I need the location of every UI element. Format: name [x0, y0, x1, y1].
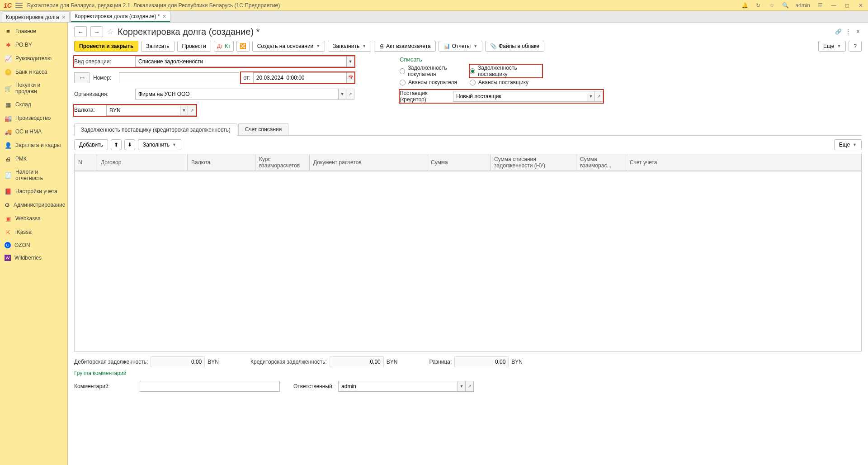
doc-icon: 🧾 — [5, 171, 12, 179]
supplier-input[interactable] — [453, 91, 587, 102]
sidebar-item-ikassa[interactable]: KiKassa — [0, 225, 67, 239]
fill-button[interactable]: Заполнить▼ — [328, 41, 371, 52]
register-icon: 🖨 — [5, 155, 12, 162]
sidebar-item-taxes[interactable]: 🧾Налоги и отчетность — [0, 166, 67, 185]
link-icon[interactable]: 🔗 — [835, 28, 842, 35]
dropdown-icon[interactable]: ▼ — [587, 91, 595, 102]
history-icon[interactable]: ↻ — [755, 2, 762, 9]
wb-icon: W — [5, 255, 11, 261]
tab-debt-correction[interactable]: Корректировка долга × — [2, 11, 70, 22]
back-button[interactable]: ← — [74, 26, 87, 37]
col-sum[interactable]: Сумма — [427, 154, 491, 171]
col-sum-mutual[interactable]: Сумма взаиморас... — [576, 154, 626, 171]
more-button[interactable]: Еще▼ — [818, 41, 846, 52]
debit-currency: BYN — [208, 359, 219, 365]
sidebar-item-assets[interactable]: 🚚ОС и НМА — [0, 125, 67, 138]
col-n[interactable]: N — [75, 154, 97, 171]
main-menu-icon[interactable] — [15, 3, 23, 8]
sidebar-item-sales[interactable]: 🛒Покупки и продажи — [0, 79, 67, 98]
col-account[interactable]: Счет учета — [626, 154, 862, 171]
box-icon: ▦ — [5, 101, 12, 108]
group-comment-link[interactable]: Группа комментарий — [74, 370, 126, 376]
close-window-icon[interactable]: ✕ — [857, 2, 864, 9]
number-input[interactable] — [119, 72, 239, 83]
maximize-icon[interactable]: ◻ — [844, 2, 851, 9]
col-contract[interactable]: Договор — [97, 154, 188, 171]
operation-input[interactable] — [135, 56, 346, 67]
book-icon: 📕 — [5, 188, 12, 195]
subtab-creditor-debt[interactable]: Задолженность поставщику (кредиторская з… — [74, 123, 237, 136]
sidebar-item-ozon[interactable]: OOZON — [0, 239, 67, 251]
favorite-icon[interactable]: ☆ — [107, 27, 114, 37]
radio-supplier-debt[interactable]: Задолженность поставщику — [470, 65, 542, 77]
minimize-icon[interactable]: — — [830, 2, 837, 9]
move-up-button[interactable]: ⬆ — [111, 139, 122, 150]
create-based-button[interactable]: Создать на основании▼ — [252, 41, 325, 52]
search-icon[interactable]: 🔍 — [782, 2, 789, 9]
credit-currency: BYN — [387, 359, 398, 365]
radio-supplier-advance[interactable]: Авансы поставщику — [470, 79, 542, 85]
files-button[interactable]: 📎 Файлы в облаке — [485, 41, 544, 52]
currency-input[interactable] — [106, 105, 180, 116]
record-button[interactable]: Записать — [141, 41, 174, 52]
user-label[interactable]: admin — [795, 2, 810, 9]
sidebar-item-main[interactable]: ≡Главное — [0, 24, 67, 38]
table-more-button[interactable]: Еще▼ — [834, 139, 862, 150]
sidebar: ≡Главное ✱PO.BY 📈Руководителю 🪙Банк и ка… — [0, 23, 68, 465]
close-icon[interactable]: × — [62, 14, 66, 21]
sidebar-item-bank[interactable]: 🪙Банк и касса — [0, 65, 67, 79]
radio-buyer-advance[interactable]: Авансы покупателя — [400, 79, 470, 85]
fill-table-button[interactable]: Заполнить▼ — [138, 139, 181, 150]
dropdown-icon[interactable]: ▼ — [458, 381, 466, 392]
mode-icon[interactable]: ▭ — [74, 72, 90, 83]
open-icon[interactable]: ↗ — [346, 89, 354, 100]
sidebar-item-salary[interactable]: 👤Зарплата и кадры — [0, 138, 67, 152]
radio-buyer-debt[interactable]: Задолженность покупателя — [400, 65, 470, 77]
comment-input[interactable] — [140, 381, 280, 392]
forward-button[interactable]: → — [90, 26, 103, 37]
credit-label: Кредиторская задолженность: — [250, 359, 327, 365]
help-button[interactable]: ? — [849, 41, 862, 52]
sidebar-item-webkassa[interactable]: ▣Webkassa — [0, 212, 67, 225]
col-rate[interactable]: Курс взаиморасчетов — [255, 154, 310, 171]
dropdown-icon[interactable]: ▼ — [338, 89, 346, 100]
act-button[interactable]: 🖨 Акт взаимозачета — [374, 41, 436, 52]
sidebar-item-admin[interactable]: ⚙Администрирование — [0, 198, 67, 212]
bell-icon[interactable]: 🔔 — [741, 2, 748, 9]
dropdown-icon[interactable]: ▼ — [346, 56, 354, 67]
col-doc[interactable]: Документ расчетов — [310, 154, 427, 171]
subtab-writeoff-account[interactable]: Счет списания — [238, 123, 289, 135]
dt-kt-button[interactable]: ДтКт — [214, 41, 234, 52]
sidebar-item-wildberries[interactable]: WWildberries — [0, 251, 67, 264]
open-icon[interactable]: ↗ — [188, 105, 196, 116]
sidebar-item-rmk[interactable]: 🖨РМК — [0, 152, 67, 166]
col-sum-nu[interactable]: Сумма списания задолженности (НУ) — [491, 154, 576, 171]
add-row-button[interactable]: Добавить — [74, 139, 108, 150]
post-and-close-button[interactable]: Провести и закрыть — [74, 41, 138, 52]
date-input[interactable] — [253, 72, 346, 83]
sidebar-item-manager[interactable]: 📈Руководителю — [0, 52, 67, 65]
open-icon[interactable]: ↗ — [595, 91, 603, 102]
settings-icon[interactable]: ☰ — [816, 2, 824, 9]
col-currency[interactable]: Валюта — [188, 154, 255, 171]
sidebar-item-warehouse[interactable]: ▦Склад — [0, 98, 67, 111]
reports-button[interactable]: 📊 Отчеты▼ — [439, 41, 482, 52]
responsible-input[interactable] — [338, 381, 458, 392]
structure-button[interactable]: 🔀 — [236, 41, 250, 52]
sidebar-item-poby[interactable]: ✱PO.BY — [0, 38, 67, 52]
open-icon[interactable]: ↗ — [466, 381, 474, 392]
tabstrip: Корректировка долга × Корректировка долг… — [0, 11, 868, 23]
org-input[interactable] — [135, 89, 338, 100]
star-icon[interactable]: ☆ — [768, 2, 775, 9]
move-down-button[interactable]: ⬇ — [124, 139, 135, 150]
dropdown-icon[interactable]: ▼ — [180, 105, 188, 116]
tab-debt-correction-create[interactable]: Корректировка долга (создание) * × — [71, 11, 170, 22]
kebab-icon[interactable]: ⋮ — [844, 28, 852, 35]
table-body-empty[interactable] — [74, 171, 862, 352]
sidebar-item-production[interactable]: 🏭Производство — [0, 111, 67, 125]
close-icon[interactable]: × — [163, 13, 166, 20]
post-button[interactable]: Провести — [177, 41, 211, 52]
sidebar-item-settings[interactable]: 📕Настройки учета — [0, 185, 67, 198]
close-icon[interactable]: × — [854, 28, 862, 35]
calendar-icon[interactable]: 📅 — [346, 72, 354, 83]
